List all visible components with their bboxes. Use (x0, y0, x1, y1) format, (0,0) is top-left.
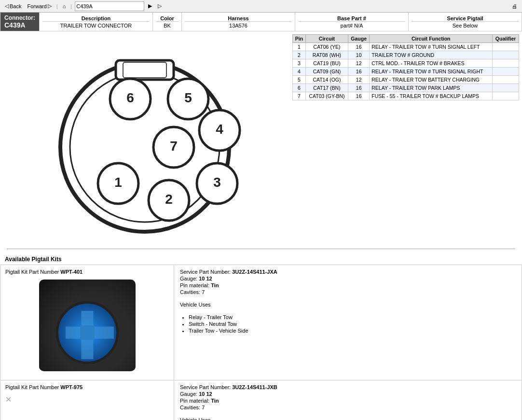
color-header: Color (156, 15, 179, 22)
cell-gauge: 16 (348, 43, 370, 51)
cell-pin: 3 (293, 59, 306, 68)
cell-qualifier (493, 68, 519, 76)
cell-function: CTRL MOD. - TRAILER TOW # BRAKES (370, 59, 493, 68)
cell-function: RELAY - TRAILER TOW PARK LAMPS (370, 84, 493, 92)
cell-pin: 5 (293, 76, 306, 84)
svg-rect-3 (123, 62, 166, 78)
nav-forward2-button[interactable]: ▷ (156, 2, 164, 10)
pigtail-img-col-0: Pigtail Kit Part Number WPT-401 (0, 265, 174, 380)
table-row: 4CAT09 (GN)16RELAY - TRAILER TOW # TURN … (293, 68, 519, 76)
pigtail-info-col-1: Service Part Number: 3U2Z-14S411-JXBGaug… (174, 380, 522, 420)
pigtail-info-col-0: Service Part Number: 3U2Z-14S411-JXAGaug… (174, 265, 522, 380)
color-value: BK (156, 23, 179, 28)
service-number-line-0: Service Part Number: 3U2Z-14S411-JXA (180, 269, 516, 275)
cross-center (80, 325, 95, 340)
connector-label-box: Connector: C439A (0, 13, 39, 31)
connector-label-text: Connector: (4, 14, 35, 21)
vehicle-uses-label-0: Vehicle Uses (180, 302, 516, 308)
nav-forward2-icon: ▷ (158, 3, 162, 9)
col-header-qualifier: Qualifier (493, 35, 519, 43)
print-icon: 🖨 (512, 3, 517, 9)
svg-text:4: 4 (216, 122, 223, 137)
basepart-value: part# N/A (298, 23, 405, 28)
go-button[interactable]: ▶ (146, 2, 154, 10)
gauge-line-0: Gauge: 10 12 (180, 276, 516, 281)
cell-qualifier (493, 92, 519, 100)
pigtail-part-label-0: Pigtail Kit Part Number WPT-401 (5, 269, 169, 275)
connector-basepart-col: Base Part # part# N/A (295, 13, 408, 31)
pigtail-kit-row-0: Pigtail Kit Part Number WPT-401Service P… (0, 265, 522, 380)
cell-function: RELAY - TRAILER TOW # TURN SIGNAL RIGHT (370, 68, 493, 76)
toolbar: ◁ Back Forward ▷ | ⌂ | ▶ ▷ 🖨 (0, 0, 522, 13)
home-icon: ⌂ (63, 3, 66, 9)
cell-circuit: CAT06 (YE) (305, 43, 348, 51)
cell-gauge: 10 (348, 51, 370, 59)
pigtail-header: Service Pigtail (412, 15, 519, 22)
cell-pin: 6 (293, 84, 306, 92)
connector-diagram: 1 2 3 4 5 6 7 (34, 36, 256, 239)
pin-material-line-1: Pin material: Tin (180, 398, 516, 404)
separator-2: | (70, 3, 72, 9)
cell-pin: 4 (293, 68, 306, 76)
connector-photo (39, 280, 136, 371)
cell-gauge: 12 (348, 59, 370, 68)
nav-input[interactable] (75, 1, 144, 11)
cell-pin: 1 (293, 43, 306, 51)
cell-circuit: CAT19 (BU) (305, 59, 348, 68)
pigtail-value: See Below (412, 23, 519, 28)
pigtail-section-title: Available Pigtail Kits (0, 254, 522, 265)
col-header-circuit: Circuit (305, 35, 348, 43)
table-row: 1CAT06 (YE)16RELAY - TRAILER TOW # TURN … (293, 43, 519, 51)
cell-circuit: CAT03 (GY-BN) (305, 92, 348, 100)
back-arrow-icon: ◁ (5, 3, 9, 9)
cavities-line-1: Cavities: 7 (180, 405, 516, 410)
harness-value: 13A576 (185, 23, 292, 28)
home-button[interactable]: ⌂ (61, 3, 68, 10)
pin-material-line-0: Pin material: Tin (180, 282, 516, 288)
diagram-area: 1 2 3 4 5 6 7 (0, 31, 289, 244)
main-area: 1 2 3 4 5 6 7 Pin Circui (0, 31, 522, 244)
cell-qualifier (493, 43, 519, 51)
back-label: Back (10, 3, 21, 9)
list-item: Switch - Neutral Tow (189, 321, 516, 327)
cell-gauge: 16 (348, 68, 370, 76)
cell-pin: 7 (293, 92, 306, 100)
description-header: Description (42, 15, 150, 22)
cell-qualifier (493, 76, 519, 84)
svg-text:7: 7 (170, 139, 178, 154)
section-divider (7, 249, 515, 249)
table-row: 6CAT17 (BN)16RELAY - TRAILER TOW PARK LA… (293, 84, 519, 92)
forward-label: Forward (27, 3, 46, 9)
forward-button[interactable]: Forward ▷ (25, 2, 53, 10)
pin-table: Pin Circuit Gauge Circuit Function Quali… (292, 34, 519, 100)
pigtail-section: Available Pigtail Kits Pigtail Kit Part … (0, 254, 522, 420)
svg-text:3: 3 (213, 175, 221, 190)
table-row: 5CAT14 (OG)12RELAY - TRAILER TOW BATTERY… (293, 76, 519, 84)
pigtail-rows-container: Pigtail Kit Part Number WPT-401Service P… (0, 265, 522, 420)
pigtail-img-col-1: Pigtail Kit Part Number WPT-975✕ (0, 380, 174, 420)
svg-text:2: 2 (165, 192, 173, 207)
cell-gauge: 16 (348, 92, 370, 100)
cell-gauge: 12 (348, 76, 370, 84)
cell-gauge: 16 (348, 84, 370, 92)
connector-description-col: Description TRAILER TOW CONNECTOR (39, 13, 152, 31)
cell-pin: 2 (293, 51, 306, 59)
pigtail-part-label-1: Pigtail Kit Part Number WPT-975 (5, 384, 169, 390)
cell-function: FUSE - 55 - TRAILER TOW # BACKUP LAMPS (370, 92, 493, 100)
gauge-line-1: Gauge: 10 12 (180, 391, 516, 397)
table-row: 2RAT08 (WH)10TRAILER TOW # GROUND (293, 51, 519, 59)
basepart-header: Base Part # (298, 15, 405, 22)
description-value: TRAILER TOW CONNECTOR (42, 23, 150, 28)
connector-color-col: Color BK (152, 13, 181, 31)
cell-qualifier (493, 51, 519, 59)
col-header-pin: Pin (293, 35, 306, 43)
toolbar-right: 🖨 (510, 3, 519, 10)
print-button[interactable]: 🖨 (510, 3, 519, 10)
back-button[interactable]: ◁ Back (3, 2, 23, 10)
connector-id: C439A (4, 21, 35, 29)
cell-function: RELAY - TRAILER TOW BATTERY CHARGING (370, 76, 493, 84)
cell-function: TRAILER TOW # GROUND (370, 51, 493, 59)
table-row: 7CAT03 (GY-BN)16FUSE - 55 - TRAILER TOW … (293, 92, 519, 100)
list-item: Relay - Trailer Tow (189, 314, 516, 320)
vehicle-uses-list-0: Relay - Trailer TowSwitch - Neutral TowT… (180, 314, 516, 334)
